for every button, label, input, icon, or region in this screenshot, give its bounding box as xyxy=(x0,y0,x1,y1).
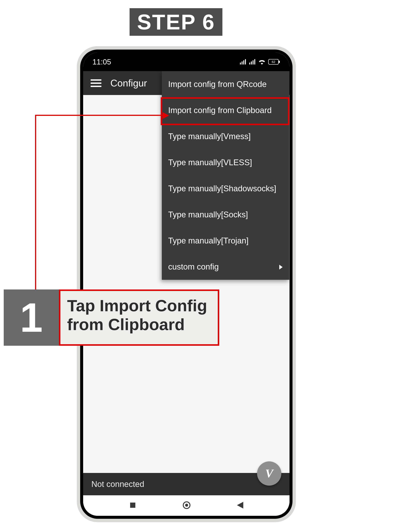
status-time: 11:05 xyxy=(92,58,111,66)
menu-item-label: Type manually[VLESS] xyxy=(168,158,252,167)
annotation-callout: 1 Tap Import Config from Clipboard xyxy=(4,289,219,346)
phone-frame: 11:05 62 xyxy=(77,46,296,522)
svg-text:62: 62 xyxy=(272,60,275,64)
chevron-right-icon xyxy=(279,262,283,271)
menu-item-label: custom config xyxy=(168,262,219,271)
app-title: Configur xyxy=(110,77,147,89)
nav-recent-icon[interactable] xyxy=(129,502,136,509)
hamburger-icon[interactable] xyxy=(91,79,101,87)
menu-item-type-vmess[interactable]: Type manually[Vmess] xyxy=(162,123,289,149)
menu-item-type-vless[interactable]: Type manually[VLESS] xyxy=(162,149,289,175)
signal-icon-2 xyxy=(249,59,255,65)
connect-fab[interactable]: V xyxy=(257,461,281,486)
menu-item-label: Type manually[Trojan] xyxy=(168,236,248,245)
connection-status-text: Not connected xyxy=(91,479,144,489)
android-nav-bar xyxy=(83,495,290,516)
screen: 11:05 62 xyxy=(83,53,290,516)
menu-item-custom-config[interactable]: custom config xyxy=(162,254,289,280)
nav-back-icon[interactable] xyxy=(237,502,243,509)
step-badge: STEP 6 xyxy=(129,8,222,36)
callout-text: Tap Import Config from Clipboard xyxy=(59,289,219,346)
menu-item-label: Import config from Clipboard xyxy=(168,106,272,115)
import-menu: Import config from QRcode Import config … xyxy=(162,71,289,280)
callout-number: 1 xyxy=(4,289,59,346)
menu-item-import-qrcode[interactable]: Import config from QRcode xyxy=(162,71,289,97)
menu-item-type-socks[interactable]: Type manually[Socks] xyxy=(162,201,289,228)
menu-item-type-shadowsocks[interactable]: Type manually[Shadowsocks] xyxy=(162,175,289,201)
phone-inner: 11:05 62 xyxy=(80,49,293,519)
menu-item-label: Type manually[Socks] xyxy=(168,210,248,219)
nav-home-icon[interactable] xyxy=(183,501,191,510)
svg-rect-1 xyxy=(279,61,280,63)
svg-rect-3 xyxy=(130,503,135,508)
menu-item-label: Import config from QRcode xyxy=(168,80,267,89)
signal-icon-1 xyxy=(240,59,246,65)
menu-item-label: Type manually[Vmess] xyxy=(168,132,251,141)
status-bar: 11:05 62 xyxy=(83,53,290,71)
svg-point-5 xyxy=(185,504,188,507)
menu-item-import-clipboard[interactable]: Import config from Clipboard xyxy=(162,97,289,123)
wifi-icon xyxy=(258,59,266,65)
status-right: 62 xyxy=(240,59,280,65)
fab-glyph: V xyxy=(265,467,273,480)
menu-item-type-trojan[interactable]: Type manually[Trojan] xyxy=(162,228,289,254)
menu-item-label: Type manually[Shadowsocks] xyxy=(168,184,276,193)
battery-icon: 62 xyxy=(268,59,280,65)
